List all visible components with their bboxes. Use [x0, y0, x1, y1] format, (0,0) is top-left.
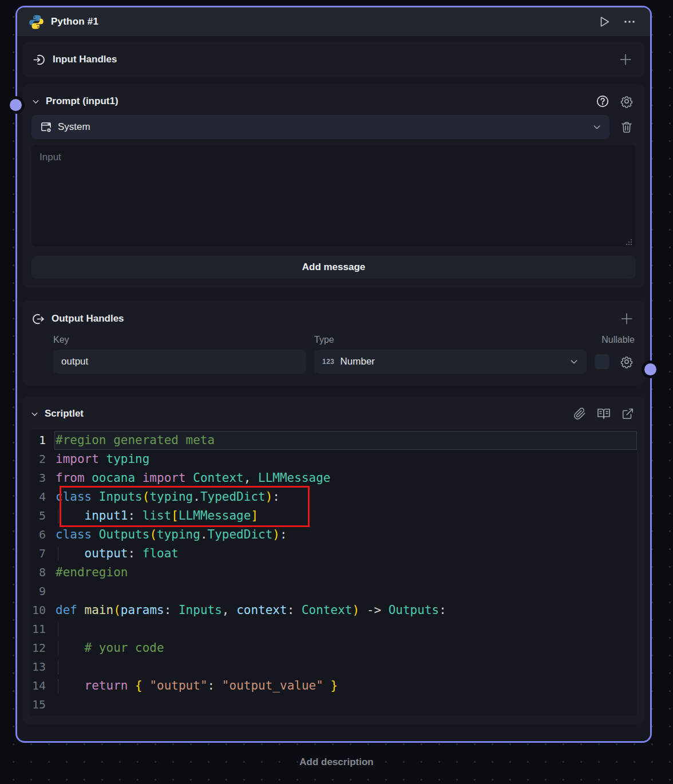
- code-line[interactable]: 8#endregion: [30, 563, 637, 582]
- message-role-select[interactable]: System: [31, 115, 609, 139]
- output-connection-handle[interactable]: [644, 363, 656, 375]
- python-node[interactable]: Python #1 Input Handles Prompt: [15, 6, 652, 743]
- input-handles-icon: [33, 53, 46, 66]
- code-line[interactable]: 5 input1: list[LLMMessage]: [30, 506, 637, 525]
- code-line[interactable]: 13: [30, 658, 637, 676]
- chevron-down-icon: [592, 122, 601, 132]
- input-connection-handle[interactable]: [10, 99, 22, 111]
- handle-type-select[interactable]: 123 Number: [314, 350, 587, 374]
- prompt-message-input[interactable]: [31, 145, 636, 247]
- code-line[interactable]: 1#region generated meta: [30, 431, 637, 450]
- attachment-icon[interactable]: [571, 405, 589, 423]
- python-logo-icon: [29, 14, 44, 30]
- code-line[interactable]: 11: [30, 620, 637, 639]
- code-editor[interactable]: 1#region generated meta2import typing3fr…: [30, 430, 637, 716]
- output-handles-section: Output Handles Key Type Nullable 123 Num…: [22, 300, 645, 385]
- message-role-value: System: [58, 121, 90, 133]
- nullable-column-label: Nullable: [575, 335, 636, 345]
- type-column-label: Type: [314, 335, 575, 345]
- run-button[interactable]: [595, 13, 613, 31]
- output-handle-row: 123 Number: [31, 350, 636, 374]
- resize-grip-icon[interactable]: [626, 239, 632, 246]
- add-message-label: Add message: [302, 262, 366, 273]
- code-line[interactable]: 2import typing: [30, 450, 637, 469]
- input-handles-label: Input Handles: [53, 54, 117, 65]
- prompt-label: Prompt (input1): [46, 96, 118, 107]
- docs-icon[interactable]: [595, 405, 613, 423]
- prompt-section: Prompt (input1): [22, 84, 645, 288]
- code-line[interactable]: 14 return { "output": "output_value" }: [30, 676, 637, 695]
- delete-message-button[interactable]: [617, 118, 636, 136]
- input-handles-section: Input Handles: [22, 42, 645, 77]
- add-message-button[interactable]: Add message: [31, 256, 636, 279]
- nullable-checkbox[interactable]: [595, 354, 609, 369]
- add-output-handle-button[interactable]: [617, 310, 636, 328]
- output-handles-label: Output Handles: [52, 313, 124, 324]
- help-icon[interactable]: [593, 92, 612, 110]
- output-handles-icon: [31, 312, 45, 326]
- scriptlet-collapse-button[interactable]: [30, 410, 39, 418]
- number-type-icon: 123: [322, 358, 335, 366]
- system-message-icon: [39, 121, 53, 134]
- add-description-button[interactable]: Add description: [0, 757, 673, 768]
- code-line[interactable]: 3from oocana import Context, LLMMessage: [30, 469, 637, 488]
- open-external-icon[interactable]: [619, 405, 637, 423]
- node-title: Python #1: [51, 16, 98, 27]
- code-line[interactable]: 4class Inputs(typing.TypedDict):: [30, 488, 637, 506]
- node-header[interactable]: Python #1: [17, 7, 650, 36]
- prompt-collapse-button[interactable]: [31, 97, 40, 106]
- prompt-settings-icon[interactable]: [617, 92, 636, 110]
- add-input-handle-button[interactable]: [616, 50, 635, 69]
- scriptlet-section: Scriptlet 1#region g: [22, 397, 645, 724]
- code-line[interactable]: 15: [30, 695, 637, 714]
- code-line[interactable]: 10def main(params: Inputs, context: Cont…: [30, 601, 637, 620]
- handle-key-input[interactable]: [53, 350, 306, 374]
- scriptlet-label: Scriptlet: [45, 408, 84, 419]
- code-line[interactable]: 9: [30, 582, 637, 601]
- more-options-button[interactable]: [620, 13, 639, 31]
- code-line[interactable]: 6class Outputs(typing.TypedDict):: [30, 525, 637, 544]
- code-line[interactable]: 12 # your code: [30, 639, 637, 658]
- handle-settings-icon[interactable]: [617, 353, 636, 371]
- chevron-down-icon: [569, 357, 579, 366]
- key-column-label: Key: [53, 335, 314, 345]
- code-line[interactable]: 7 output: float: [30, 544, 637, 563]
- handle-type-value: Number: [341, 356, 375, 367]
